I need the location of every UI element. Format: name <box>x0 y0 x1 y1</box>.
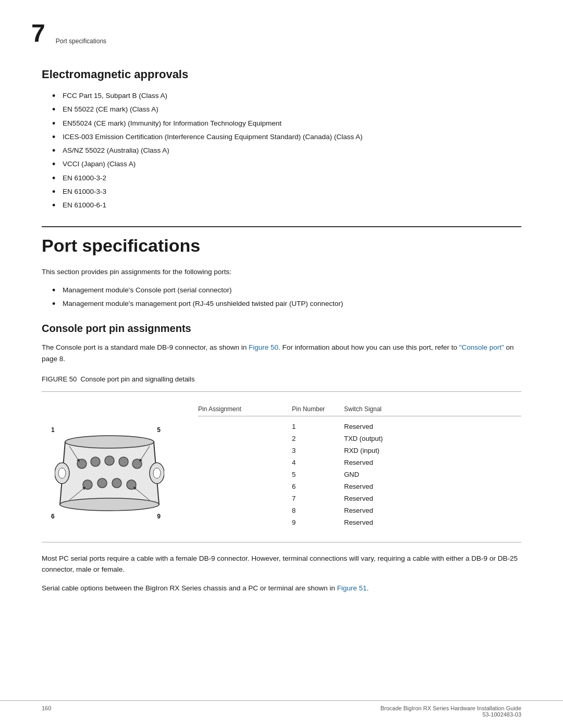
pin-table-header: Pin Assignment Pin Number Switch Signal <box>198 405 521 416</box>
pin-number: 1 <box>292 423 344 430</box>
port-specs-title: Port specifications <box>42 226 521 256</box>
pin-signal: RXD (input) <box>344 447 521 454</box>
list-item: Management module's Console port (serial… <box>52 285 521 295</box>
figure-label: FIGURE 50 Console port pin and signallin… <box>42 375 521 383</box>
main-content: Electromagnetic approvals FCC Part 15, S… <box>0 57 563 632</box>
list-item: EN55024 (CE mark) (Immunity) for Informa… <box>52 118 521 129</box>
pin-assignment <box>198 507 292 514</box>
pin6-label: 6 <box>51 513 55 520</box>
figure-title: Console port pin and signalling details <box>80 375 194 383</box>
port-specs-intro: This section provides pin assignments fo… <box>42 266 521 278</box>
page-container: 7 Port specifications Electromagnetic ap… <box>0 0 563 728</box>
pin1-label: 1 <box>51 426 55 434</box>
console-intro: The Console port is a standard male DB-9… <box>42 342 521 364</box>
pin-number: 4 <box>292 459 344 466</box>
svg-point-12 <box>97 478 107 488</box>
page-number: 160 <box>42 705 51 718</box>
pin-signal: TXD (output) <box>344 435 521 442</box>
pin-assignment <box>198 483 292 490</box>
svg-point-9 <box>119 457 128 466</box>
pin-assignment <box>198 519 292 526</box>
connector-diagram: 1 5 DB-9 male 6 <box>42 405 177 525</box>
pin-number: 2 <box>292 435 344 442</box>
table-row: 1 Reserved <box>198 421 521 433</box>
list-item: ICES-003 Emission Certification (Interfe… <box>52 132 521 142</box>
body-text-2: Most PC serial ports require a cable wit… <box>42 553 521 575</box>
svg-point-5 <box>153 468 161 478</box>
list-item: EN 61000-3-3 <box>52 187 521 197</box>
pin-assignment <box>198 447 292 454</box>
port-list: Management module's Console port (serial… <box>52 285 521 310</box>
footer-right: Brocade BigIron RX Series Hardware Insta… <box>381 705 521 718</box>
table-row: 8 Reserved <box>198 504 521 516</box>
figure50-link[interactable]: Figure 50 <box>249 343 278 351</box>
figure-container: 1 5 DB-9 male 6 <box>42 391 521 542</box>
list-item: EN 55022 (CE mark) (Class A) <box>52 104 521 115</box>
list-item: EN 61000-3-2 <box>52 173 521 183</box>
page-header: 7 Port specifications <box>0 0 563 57</box>
table-row: 9 Reserved <box>198 516 521 528</box>
pin-signal: Reserved <box>344 423 521 430</box>
body3-text1: Serial cable options between the BigIron… <box>42 584 337 592</box>
pin-number: 7 <box>292 495 344 502</box>
connector-svg <box>55 431 164 525</box>
pin-signal: GND <box>344 471 521 478</box>
body-text-3: Serial cable options between the BigIron… <box>42 583 521 594</box>
pin-signal: Reserved <box>344 507 521 514</box>
pin-assignment <box>198 471 292 478</box>
list-item: AS/NZ 55022 (Australia) (Class A) <box>52 145 521 156</box>
electromagnetic-list: FCC Part 15, Subpart B (Class A) EN 5502… <box>52 91 521 211</box>
table-row: 6 Reserved <box>198 480 521 492</box>
breadcrumb: Port specifications <box>56 38 106 45</box>
list-item: EN 61000-6-1 <box>52 200 521 211</box>
svg-point-0 <box>65 436 154 448</box>
pin-signal: Reserved <box>344 483 521 490</box>
guide-title: Brocade BigIron RX Series Hardware Insta… <box>381 705 521 711</box>
pin-number: 3 <box>292 447 344 454</box>
svg-point-7 <box>91 457 100 466</box>
figure-inner: 1 5 DB-9 male 6 <box>42 400 521 534</box>
svg-point-13 <box>112 478 121 488</box>
pin-signal: Reserved <box>344 519 521 526</box>
pin-assignment <box>198 423 292 430</box>
console-section-title: Console port pin assignments <box>42 323 521 335</box>
col-header-assignment: Pin Assignment <box>198 405 292 413</box>
table-row: 7 Reserved <box>198 492 521 504</box>
pin-assignment <box>198 435 292 442</box>
pin-number: 8 <box>292 507 344 514</box>
console-port-link[interactable]: "Console port" <box>459 343 504 351</box>
list-item: Management module's management port (RJ-… <box>52 299 521 309</box>
pin-assignment <box>198 495 292 502</box>
pin-signal: Reserved <box>344 495 521 502</box>
table-row: 4 Reserved <box>198 456 521 468</box>
pin-number: 9 <box>292 519 344 526</box>
electromagnetic-title: Electromagnetic approvals <box>42 68 521 81</box>
list-item: FCC Part 15, Subpart B (Class A) <box>52 91 521 101</box>
figure-number: FIGURE 50 <box>42 375 77 383</box>
svg-point-1 <box>60 498 159 511</box>
pin-number: 6 <box>292 483 344 490</box>
pin-assignment <box>198 459 292 466</box>
table-row: 2 TXD (output) <box>198 433 521 445</box>
table-row: 3 RXD (input) <box>198 445 521 456</box>
list-item: VCCI (Japan) (Class A) <box>52 159 521 169</box>
chapter-number: 7 <box>31 21 45 46</box>
header-text: Port specifications <box>56 21 106 47</box>
pin-number: 5 <box>292 471 344 478</box>
body3-text2: . <box>367 584 369 592</box>
svg-point-3 <box>58 468 66 478</box>
pin-table-area: Pin Assignment Pin Number Switch Signal … <box>198 405 521 528</box>
col-header-signal: Switch Signal <box>344 405 521 413</box>
pin-signal: Reserved <box>344 459 521 466</box>
guide-number: 53-1002483-03 <box>381 711 521 718</box>
console-intro-text2: . For information about how you can use … <box>278 343 459 351</box>
page-footer: 160 Brocade BigIron RX Series Hardware I… <box>0 700 563 718</box>
col-header-number: Pin Number <box>292 405 344 413</box>
svg-point-8 <box>105 456 114 465</box>
table-row: 5 GND <box>198 468 521 480</box>
figure51-link[interactable]: Figure 51 <box>337 584 367 592</box>
console-intro-text1: The Console port is a standard male DB-9… <box>42 343 249 351</box>
